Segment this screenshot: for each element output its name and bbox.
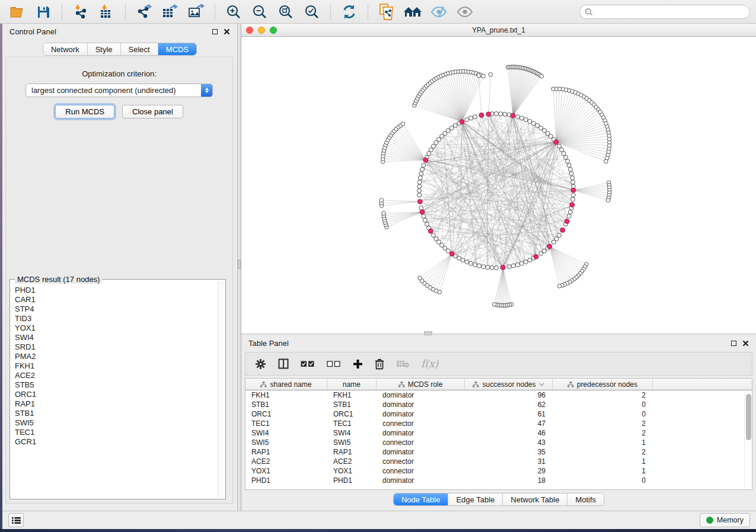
table-cell[interactable]: SWI4: [245, 428, 327, 438]
table-cell[interactable]: dominator: [377, 400, 465, 409]
network-node[interactable]: [477, 264, 481, 268]
run-mcds-button[interactable]: Run MCDS: [55, 105, 114, 118]
table-cell[interactable]: 1: [553, 466, 653, 476]
splitter-handle[interactable]: [238, 259, 241, 269]
network-node[interactable]: [432, 233, 436, 238]
zoom-selected-icon[interactable]: [301, 2, 323, 21]
mcds-result-item[interactable]: STB1: [11, 409, 217, 418]
network-window-titlebar[interactable]: YPA_prune.txt_1: [241, 24, 756, 37]
table-cell[interactable]: ORC1: [327, 409, 377, 419]
tab-network[interactable]: Network: [43, 43, 88, 55]
table-cell[interactable]: TEC1: [327, 419, 377, 428]
create-column-icon[interactable]: [353, 359, 363, 369]
delete-columns-icon[interactable]: [375, 358, 384, 370]
search-input[interactable]: [593, 8, 745, 16]
network-node[interactable]: [453, 123, 457, 127]
tab-edge-table[interactable]: Edge Table: [448, 493, 503, 505]
column-header-MCDS-role[interactable]: MCDS role: [377, 379, 465, 390]
table-cell[interactable]: PHD1: [327, 476, 377, 485]
table-cell[interactable]: ACE2: [245, 457, 327, 466]
network-node[interactable]: [379, 198, 384, 203]
mcds-result-item[interactable]: TID3: [11, 314, 217, 323]
network-node[interactable]: [551, 240, 556, 244]
network-node[interactable]: [473, 115, 477, 119]
table-cell[interactable]: dominator: [377, 409, 465, 419]
network-node[interactable]: [382, 211, 386, 216]
table-cell[interactable]: 29: [465, 466, 553, 476]
table-cell[interactable]: PHD1: [245, 476, 327, 485]
result-list-scrollbar[interactable]: [218, 281, 224, 498]
network-node[interactable]: [490, 265, 494, 270]
table-cell[interactable]: 1: [553, 438, 653, 447]
column-header-shared-name[interactable]: shared name: [245, 379, 327, 390]
mcds-result-item[interactable]: PHD1: [11, 286, 217, 295]
mcds-dominator-node[interactable]: [511, 113, 515, 118]
memory-button[interactable]: Memory: [700, 513, 750, 527]
scrollbar-thumb[interactable]: [746, 394, 751, 440]
network-node[interactable]: [492, 303, 496, 307]
network-node[interactable]: [519, 116, 524, 120]
network-node[interactable]: [417, 193, 422, 197]
table-cell[interactable]: SWI5: [245, 438, 327, 447]
mcds-dominator-node[interactable]: [428, 229, 433, 233]
close-panel-icon[interactable]: [742, 340, 749, 347]
import-table-icon[interactable]: [95, 2, 118, 21]
mcds-result-item[interactable]: FKH1: [11, 361, 217, 371]
tab-select[interactable]: Select: [121, 43, 158, 55]
network-canvas[interactable]: [241, 37, 756, 333]
table-cell[interactable]: 31: [465, 457, 553, 466]
show-columns-icon[interactable]: [278, 358, 289, 369]
network-node[interactable]: [434, 237, 438, 241]
network-node[interactable]: [507, 265, 511, 269]
network-node[interactable]: [465, 117, 469, 121]
table-cell[interactable]: 2: [553, 428, 653, 438]
network-node[interactable]: [567, 214, 571, 218]
table-row[interactable]: PHD1PHD1dominator180: [245, 476, 744, 485]
table-row[interactable]: SWI5SWI5connector431: [245, 438, 744, 447]
clone-network-icon[interactable]: [375, 2, 398, 21]
network-node[interactable]: [543, 249, 547, 253]
network-node[interactable]: [419, 206, 423, 210]
network-node[interactable]: [418, 276, 422, 280]
mcds-result-item[interactable]: SWI5: [11, 418, 217, 428]
mcds-dominator-node[interactable]: [554, 140, 559, 145]
first-neighbors-icon[interactable]: [401, 2, 424, 21]
mcds-result-item[interactable]: RAP1: [11, 399, 217, 409]
table-cell[interactable]: SWI5: [327, 438, 377, 447]
network-node[interactable]: [457, 256, 461, 260]
network-node[interactable]: [469, 116, 473, 120]
network-node[interactable]: [568, 210, 572, 214]
export-table-icon[interactable]: [159, 2, 181, 21]
float-panel-icon[interactable]: [731, 341, 736, 346]
network-node[interactable]: [539, 126, 543, 130]
network-node[interactable]: [606, 198, 610, 203]
network-node[interactable]: [425, 222, 429, 226]
network-node[interactable]: [427, 152, 431, 156]
table-cell[interactable]: 61: [465, 409, 553, 419]
zoom-in-icon[interactable]: [222, 2, 245, 21]
mcds-dominator-node[interactable]: [423, 158, 428, 162]
network-node[interactable]: [562, 152, 566, 156]
mcds-result-item[interactable]: SWI4: [11, 333, 217, 342]
table-cell[interactable]: 46: [465, 428, 553, 438]
network-node[interactable]: [564, 155, 568, 159]
mcds-dominator-node[interactable]: [417, 199, 422, 204]
table-cell[interactable]: YOX1: [327, 466, 377, 476]
settings-gear-icon[interactable]: [255, 358, 266, 370]
tab-network-table[interactable]: Network Table: [503, 493, 567, 505]
network-node[interactable]: [486, 265, 490, 270]
table-cell[interactable]: connector: [377, 438, 465, 447]
table-cell[interactable]: 18: [465, 476, 553, 485]
mcds-dominator-node[interactable]: [547, 244, 552, 249]
table-row[interactable]: FKH1FKH1dominator962: [245, 390, 744, 400]
network-node[interactable]: [539, 252, 543, 256]
network-node[interactable]: [566, 159, 570, 164]
network-node[interactable]: [401, 122, 405, 126]
table-cell[interactable]: FKH1: [245, 390, 327, 400]
network-node[interactable]: [481, 265, 486, 269]
table-row[interactable]: YOX1YOX1connector291: [245, 466, 744, 476]
table-cell[interactable]: ORC1: [245, 409, 327, 419]
table-cell[interactable]: 47: [465, 419, 553, 428]
network-node[interactable]: [465, 260, 469, 264]
network-node[interactable]: [419, 172, 423, 176]
